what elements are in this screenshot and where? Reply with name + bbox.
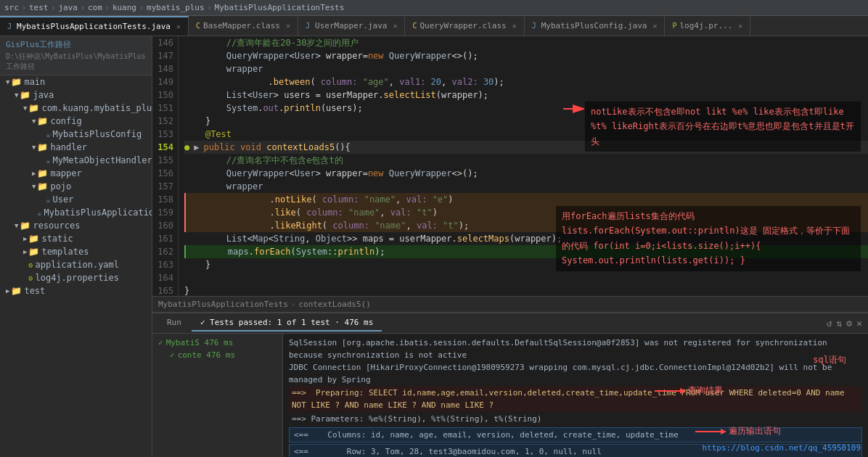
- code-line-153: @Test: [184, 128, 868, 141]
- tab-user-mapper[interactable]: J UserMapper.java ✕: [298, 16, 405, 36]
- expand-arrow-icon: ▼: [32, 144, 36, 151]
- tab-close-icon[interactable]: ✕: [393, 22, 397, 30]
- sidebar-item-user[interactable]: ▶ ☕ User: [0, 193, 152, 206]
- code-editor: 146 147 148 149 150 151 152 153 154 155 …: [152, 36, 868, 296]
- project-name: GisPlus工作路径: [6, 39, 146, 50]
- yaml-file-icon: ⚙: [28, 261, 33, 269]
- tree-label: log4j.properties: [35, 273, 119, 283]
- project-sidebar: GisPlus工作路径 D:\狂神说\MyBatisPlus\MybatisPl…: [0, 36, 152, 457]
- sidebar-item-application-yaml[interactable]: ▶ ⚙ application.yaml: [0, 258, 152, 271]
- java-file-icon: J: [7, 22, 12, 30]
- sidebar-item-resources[interactable]: ▼ 📁 resources: [0, 219, 152, 232]
- code-line-159: .like( column: "name", val: "t"): [184, 206, 868, 219]
- class-file-icon: C: [412, 22, 417, 30]
- breadcrumb-method-name: contextLoads5(): [298, 300, 370, 309]
- sidebar-item-log4j[interactable]: ▶ ⚙ log4j.properties: [0, 271, 152, 284]
- expand-arrow-icon: ▼: [32, 183, 36, 190]
- breadcrumb-com[interactable]: com: [88, 3, 102, 12]
- tree-label: resources: [33, 221, 80, 231]
- sidebar-item-mybatisapplication[interactable]: ▶ ☕ MybatisPlusApplication: [0, 206, 152, 219]
- svg-marker-2: [680, 388, 686, 394]
- tree-label: User: [52, 194, 73, 205]
- code-line-165: }: [184, 284, 868, 296]
- tab-close-icon[interactable]: ✕: [652, 22, 657, 30]
- code-line-160: .likeRight( column: "name", val: "t");: [184, 219, 868, 232]
- svg-marker-4: [721, 429, 726, 435]
- bottom-tab-test-results[interactable]: ✓ Tests passed: 1 of 1 test · 476 ms: [192, 315, 382, 332]
- collapse-arrow-icon: ▶: [23, 235, 27, 242]
- code-text[interactable]: //查询年龄在20-30岁之间的用户 QueryWrapper<User> wr…: [179, 36, 868, 296]
- tab-mybatis-config[interactable]: J MybatisPlusConfig.java ✕: [525, 16, 666, 36]
- sidebar-item-main[interactable]: ▼ 📁 main: [0, 75, 152, 88]
- sidebar-item-mybatisplusconfig[interactable]: ▶ ☕ MybatisPlusConfig: [0, 128, 152, 141]
- code-line-157: wrapper: [184, 180, 868, 193]
- tab-close-icon[interactable]: ✕: [176, 22, 181, 30]
- bottom-controls: ↺ ⇅ ⚙ ✕: [827, 318, 868, 329]
- breadcrumb-kuang[interactable]: kuang: [112, 3, 136, 12]
- folder-icon: 📁: [28, 247, 39, 257]
- tab-log4j[interactable]: P log4j.pr... ✕: [665, 16, 750, 36]
- code-line-151: System.out.println(users);: [184, 102, 868, 115]
- tree-label: config: [50, 116, 81, 126]
- bottom-tab-run[interactable]: Run: [158, 315, 190, 332]
- tab-close-icon[interactable]: ✕: [286, 22, 290, 30]
- expand-arrow-icon: ▼: [15, 91, 18, 99]
- code-line-148: wrapper: [184, 62, 868, 75]
- tab-base-mapper[interactable]: C BaseMapper.class ✕: [189, 16, 298, 36]
- sidebar-item-static[interactable]: ▶ 📁 static: [0, 232, 152, 245]
- sidebar-item-mapper[interactable]: ▶ 📁 mapper: [0, 167, 152, 180]
- java-file-icon: ☕: [46, 131, 50, 139]
- sidebar-item-handler[interactable]: ▼ 📁 handler: [0, 141, 152, 154]
- bottom-panel: Run ✓ Tests passed: 1 of 1 test · 476 ms…: [152, 312, 868, 457]
- folder-icon: 📁: [37, 181, 48, 192]
- code-line-147: QueryWrapper<User> wrapper=new QueryWrap…: [184, 49, 868, 62]
- log-line-1: SqlSession [org.apache.ibatis.session.de…: [289, 337, 862, 361]
- class-file-icon: C: [196, 22, 200, 30]
- code-line-154: ● ▶ public void contextLoads5(){: [184, 141, 868, 154]
- rerun-button[interactable]: ↺: [827, 318, 832, 329]
- tree-label: templates: [41, 247, 89, 257]
- tab-mybatis-application-tests[interactable]: J MybatisPlusApplicationTests.java ✕: [0, 16, 189, 36]
- sort-button[interactable]: ⇅: [837, 318, 843, 329]
- folder-icon: 📁: [20, 90, 30, 100]
- tab-label: BaseMapper.class: [203, 21, 280, 30]
- code-line-162: maps.forEach(System::println);: [184, 245, 868, 258]
- code-line-164: [184, 271, 868, 284]
- tab-close-icon[interactable]: ✕: [738, 22, 742, 30]
- sidebar-item-mymetaobjecthandler[interactable]: ▶ ☕ MyMetaObjectHandler: [0, 154, 152, 167]
- tab-query-wrapper[interactable]: C QueryWrapper.class ✕: [405, 16, 524, 36]
- sidebar-item-templates[interactable]: ▶ 📁 templates: [0, 245, 152, 258]
- breadcrumb-test[interactable]: test: [29, 3, 49, 12]
- tree-label: MybatisPlusApplication: [44, 207, 152, 218]
- log-line-preparing: ==> Preparing: SELECT id,name,age,email,…: [289, 386, 862, 412]
- sidebar-item-java[interactable]: ▼ 📁 java: [0, 88, 152, 102]
- folder-icon: 📁: [37, 116, 48, 126]
- test-results-tab-label: ✓ Tests passed: 1 of 1 test · 476 ms: [200, 318, 373, 327]
- breadcrumb-class[interactable]: MybatisPlusApplicationTests: [215, 3, 345, 12]
- sidebar-item-com-kuang[interactable]: ▼ 📁 com.kuang.mybatis_plus: [0, 102, 152, 115]
- tab-close-icon[interactable]: ✕: [512, 22, 517, 30]
- tab-label: MybatisPlusApplicationTests.java: [17, 22, 171, 31]
- sidebar-item-pojo[interactable]: ▼ 📁 pojo: [0, 180, 152, 193]
- folder-icon: 📁: [37, 168, 48, 178]
- test-tree-item-mybatis[interactable]: ✓ MybatiS 476 ms: [155, 337, 279, 349]
- tree-label: static: [41, 234, 73, 244]
- code-line-155: //查询名字中不包含e包含t的: [184, 154, 868, 167]
- tree-label: com.kuang.mybatis_plus: [41, 103, 152, 113]
- expand-arrow-icon: ▼: [6, 78, 9, 86]
- java-file-icon: ☕: [37, 209, 41, 217]
- collapse-arrow-icon: ▶: [32, 170, 36, 177]
- close-panel-button[interactable]: ✕: [856, 318, 862, 329]
- breadcrumb-mybatis[interactable]: mybatis_plus: [147, 3, 204, 12]
- breadcrumb-src[interactable]: src: [4, 3, 19, 12]
- sidebar-item-config[interactable]: ▼ 📁 config: [0, 115, 152, 128]
- folder-icon: 📁: [11, 77, 22, 87]
- test-tree-item-conte[interactable]: ✓ conte 476 ms: [155, 349, 279, 361]
- tab-label: MybatisPlusConfig.java: [541, 21, 647, 30]
- settings-icon[interactable]: ⚙: [846, 318, 852, 329]
- folder-icon: 📁: [37, 142, 48, 152]
- sidebar-item-test[interactable]: ▶ 📁 test: [0, 284, 152, 297]
- tree-label: test: [24, 286, 45, 296]
- breadcrumb-java[interactable]: java: [58, 3, 78, 12]
- tree-label: conte 476 ms: [178, 350, 235, 360]
